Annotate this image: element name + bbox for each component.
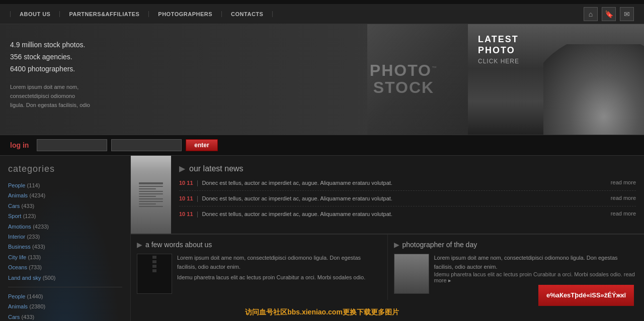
read-more-1[interactable]: read more xyxy=(611,179,636,185)
news-text-1: Donec est tellus, auctor ac imperdiet ac… xyxy=(202,180,392,186)
list-item: Cars (433) xyxy=(8,312,122,321)
bookmark-icon[interactable]: 🔖 xyxy=(602,7,616,21)
photographer-header: ▶ photographer of the day xyxy=(394,241,638,249)
news-text-3: Donec est tellus, auctor ac imperdiet ac… xyxy=(202,211,392,217)
news-paper-image xyxy=(131,156,171,234)
list-item: Amotions (4233) xyxy=(8,222,122,232)
news-list: ▶ our latest news 10 11 | Donec est tell… xyxy=(171,156,644,234)
list-item: Sport (123) xyxy=(8,211,122,221)
news-text-2: Donec est tellus, auctor ac imperdiet ac… xyxy=(202,195,392,201)
photographer-readmore: Idemu pharetra lacus elit ac lectus proi… xyxy=(434,271,638,284)
about-text: Lorem ipsum doit ame nom, consectetdipis… xyxy=(177,254,381,271)
news-item-2: 10 11 | Donec est tellus, auctor ac impe… xyxy=(179,195,636,206)
category-citylife-1[interactable]: City life xyxy=(8,254,26,260)
username-input[interactable] xyxy=(37,139,107,151)
latest-photo-panel[interactable]: LATESTPHOTO CLICK HERE xyxy=(468,24,644,135)
about-text-block: Lorem ipsum doit ame nom, consectetdipis… xyxy=(177,254,381,294)
category-oceans-1[interactable]: Oceans xyxy=(8,264,27,270)
about-section-arrow: ▶ xyxy=(137,241,142,249)
category-animals-1[interactable]: Animals xyxy=(8,192,28,198)
hero-text: 4.9 million stock photos. 356 stock agen… xyxy=(0,24,101,135)
news-section-title: our latest news xyxy=(189,164,244,173)
hero-camera-image xyxy=(367,24,468,135)
category-business-1[interactable]: Business xyxy=(8,244,31,250)
list-item: Oceans (733) xyxy=(8,262,122,272)
category-people-2[interactable]: People xyxy=(8,293,25,299)
password-input[interactable] xyxy=(111,139,182,151)
read-more-3[interactable]: read more xyxy=(611,210,636,217)
categories-list: People (114) Animals (4234) Cars (433) S… xyxy=(8,180,122,321)
list-item: Animals (2380) xyxy=(8,301,122,311)
newspaper-lines xyxy=(136,178,166,211)
click-here-label: CLICK HERE xyxy=(478,58,519,65)
photographer-section-title: photographer of the day xyxy=(403,241,477,249)
main-container: 4.9 million stock photos. 356 stock agen… xyxy=(0,24,644,135)
nav-icons: ⌂ 🔖 ✉ xyxy=(584,7,634,21)
news-item-text-block: 10 11 | Donec est tellus, auctor ac impe… xyxy=(179,179,611,186)
news-date-1: 10 11 xyxy=(179,180,193,186)
list-item: People (114) xyxy=(8,180,122,190)
category-cars-1[interactable]: Cars xyxy=(8,203,20,209)
news-item-row: 10 11 | Donec est tellus, auctor ac impe… xyxy=(179,195,636,202)
promo-button[interactable]: е%аКesТþdé«iSS»žÉÝжкî xyxy=(538,285,634,306)
category-sport-1[interactable]: Sport xyxy=(8,213,21,219)
hand-cup-image xyxy=(543,44,644,135)
news-date-2: 10 11 xyxy=(179,195,193,201)
hero-banner: 4.9 million stock photos. 356 stock agen… xyxy=(0,24,468,135)
nav-bar: ABOUT US PARTNERS&AFFILIATES PHOTOGRAPHE… xyxy=(0,4,644,24)
category-interior-1[interactable]: Interior xyxy=(8,234,25,240)
list-item: Business (433) xyxy=(8,242,122,252)
photographer-text: Lorem ipsum doit ame nom, consectetdipis… xyxy=(434,254,638,271)
latest-label: LATESTPHOTO xyxy=(478,34,519,56)
news-item-1: 10 11 | Donec est tellus, auctor ac impe… xyxy=(179,179,636,191)
news-item-text-block: 10 11 | Donec est tellus, auctor ac impe… xyxy=(179,195,611,202)
news-item-row: 10 11 | Donec est tellus, auctor ac impe… xyxy=(179,179,636,186)
email-icon[interactable]: ✉ xyxy=(620,7,634,21)
latest-photo-overlay: LATESTPHOTO CLICK HERE xyxy=(478,34,519,65)
list-item: Interior (233) xyxy=(8,232,122,242)
about-text2: Idemu pharetra lacus elit ac lectus proi… xyxy=(177,273,381,282)
read-more-2[interactable]: read more xyxy=(611,195,636,201)
list-item: Animals (4234) xyxy=(8,190,122,200)
hero-body-text: Lorem ipsum doit ame nom, consectetdipis… xyxy=(10,83,91,110)
nav-links: ABOUT US PARTNERS&AFFILIATES PHOTOGRAPHE… xyxy=(10,11,273,17)
categories-title: categories xyxy=(8,164,122,174)
news-item-row: 10 11 | Donec est tellus, auctor ac impe… xyxy=(179,210,636,218)
news-date-3: 10 11 xyxy=(179,211,193,217)
category-amotions-1[interactable]: Amotions xyxy=(8,224,31,230)
list-item: Cars (433) xyxy=(8,201,122,211)
list-item: City life (133) xyxy=(8,252,122,262)
login-bar: log in enter xyxy=(0,135,644,156)
category-people-1[interactable]: People xyxy=(8,182,25,188)
about-section: ▶ a few words about us Lorem ipsum doit … xyxy=(131,235,388,300)
news-section-arrow: ▶ xyxy=(179,164,185,173)
nav-contacts[interactable]: CONTACTS xyxy=(222,11,273,17)
nav-about-us[interactable]: ABOUT US xyxy=(10,11,60,17)
hero-headline: 4.9 million stock photos. 356 stock agen… xyxy=(10,39,91,75)
category-landsky-1[interactable]: Land and sky xyxy=(8,275,41,281)
home-icon[interactable]: ⌂ xyxy=(584,7,598,21)
nav-photographers[interactable]: PHOTOGRAPHERS xyxy=(149,11,222,17)
login-label: log in xyxy=(10,141,29,149)
photographer-section-arrow: ▶ xyxy=(394,241,399,249)
latest-photo-image[interactable]: LATESTPHOTO CLICK HERE xyxy=(468,24,644,135)
news-header: ▶ our latest news xyxy=(179,164,636,173)
category-animals-2[interactable]: Animals xyxy=(8,303,28,309)
photographer-image xyxy=(394,254,429,294)
enter-button[interactable]: enter xyxy=(186,139,217,151)
categories-divider xyxy=(8,287,122,287)
about-content: Lorem ipsum doit ame nom, consectetdipis… xyxy=(137,254,381,294)
list-item: Land and sky (500) xyxy=(8,273,122,283)
list-item: People (1440) xyxy=(8,291,122,301)
news-item-3: 10 11 | Donec est tellus, auctor ac impe… xyxy=(179,210,636,222)
categories-sidebar: categories People (114) Animals (4234) C… xyxy=(0,156,131,321)
about-filmstrip-image xyxy=(137,254,172,294)
about-header: ▶ a few words about us xyxy=(137,241,381,249)
news-section: ▶ our latest news 10 11 | Donec est tell… xyxy=(131,156,644,234)
about-section-title: a few words about us xyxy=(145,241,212,249)
category-cars-2[interactable]: Cars xyxy=(8,314,20,320)
nav-partners[interactable]: PARTNERS&AFFILIATES xyxy=(60,11,149,17)
top-bar xyxy=(0,0,644,4)
news-item-text-block: 10 11 | Donec est tellus, auctor ac impe… xyxy=(179,210,611,218)
